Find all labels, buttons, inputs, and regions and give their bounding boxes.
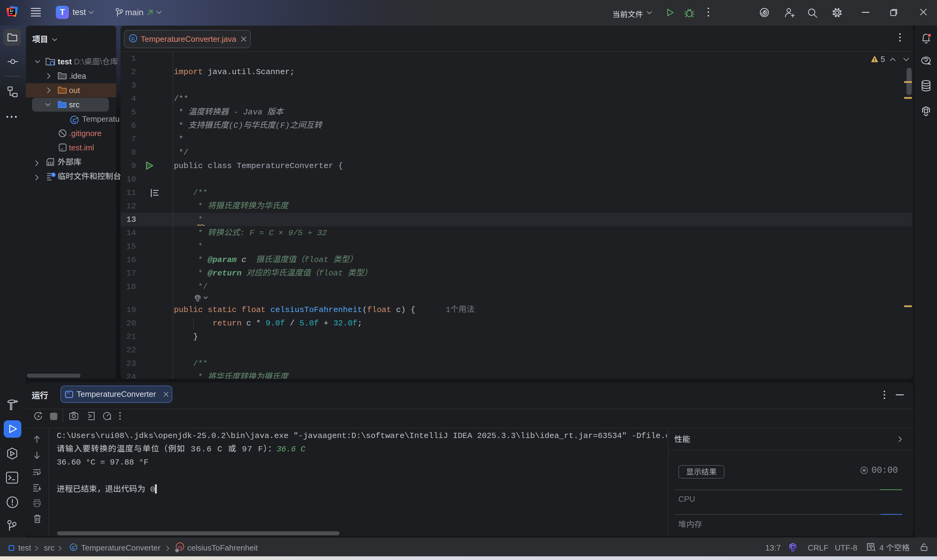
svg-text:C: C [72,545,75,550]
svg-text:C: C [72,118,76,123]
svg-text:C: C [131,36,135,41]
